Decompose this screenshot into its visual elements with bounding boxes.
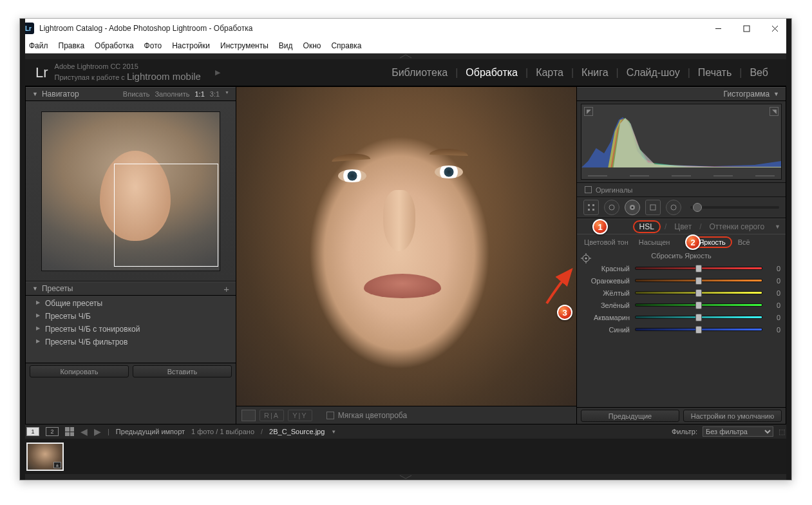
crop-tool-icon[interactable] [583, 200, 599, 215]
module-slideshow[interactable]: Слайд-шоу [619, 67, 688, 79]
highlight-clip-icon[interactable]: ◥ [770, 107, 779, 116]
left-panel: ▼Навигатор Вписать Заполнить 1:1 3:1 ▼ ▼… [25, 87, 236, 424]
prev-photo-icon[interactable]: ◀ [80, 426, 88, 437]
radial-tool-icon[interactable] [666, 200, 681, 215]
maximize-button[interactable] [732, 19, 760, 37]
filmstrip-thumbs[interactable]: ± [20, 439, 791, 474]
zoom-1-1[interactable]: 1:1 [194, 90, 204, 98]
reset-button[interactable]: Настройки по умолчанию [683, 410, 782, 422]
module-map[interactable]: Карта [528, 67, 571, 79]
redeye-tool-icon[interactable] [625, 200, 640, 215]
histogram[interactable]: ◤ ◥ [581, 104, 782, 180]
menu-settings[interactable]: Настройки [167, 41, 215, 50]
slider-knob[interactable] [695, 301, 702, 309]
filter-select[interactable]: Без фильтра [703, 426, 773, 437]
originals-row[interactable]: Оригиналы [577, 182, 786, 196]
slider-knob[interactable] [695, 265, 702, 272]
filename-label[interactable]: 2B_C_Source.jpg [269, 428, 325, 435]
zoom-3-1[interactable]: 3:1 [210, 90, 220, 98]
module-book[interactable]: Книга [574, 67, 616, 79]
zoom-fill[interactable]: Заполнить [155, 90, 189, 98]
module-print[interactable]: Печать [690, 67, 739, 79]
filter-lock-icon[interactable]: ⬚ [779, 428, 785, 436]
tab-grayscale[interactable]: Оттенки серого [705, 222, 768, 232]
slider-value[interactable]: 0 [762, 289, 780, 297]
menu-photo[interactable]: Фото [139, 41, 167, 50]
paste-settings-button[interactable]: Вставить [133, 365, 232, 377]
slider-track[interactable] [635, 303, 762, 307]
subtab-all[interactable]: Всё [733, 237, 755, 247]
application-window: Lr Lightroom Catalog - Adobe Photoshop L… [19, 18, 792, 481]
preset-group[interactable]: Пресеты Ч/Б [26, 310, 236, 323]
right-edge-toggle[interactable] [786, 19, 791, 480]
slider-knob[interactable] [695, 326, 702, 334]
source-label[interactable]: Предыдущий импорт [116, 428, 185, 435]
filmstrip-thumb[interactable]: ± [26, 443, 64, 471]
top-panel-toggle[interactable] [20, 53, 791, 59]
menu-file[interactable]: Файл [24, 41, 53, 50]
slider-track[interactable] [635, 316, 762, 319]
preset-group[interactable]: Общие пресеты [26, 297, 236, 310]
navigator-viewport-rect[interactable] [114, 164, 218, 267]
slider-track[interactable] [635, 267, 762, 270]
copy-settings-button[interactable]: Копировать [30, 365, 129, 377]
zoom-fit[interactable]: Вписать [123, 90, 150, 98]
slider-knob[interactable] [695, 277, 702, 285]
add-preset-icon[interactable]: + [223, 283, 229, 294]
bottom-panel-toggle[interactable] [20, 474, 791, 480]
before-after-yy-icon[interactable]: Y|Y [288, 410, 312, 421]
subtab-saturation[interactable]: Насыщен [634, 237, 675, 247]
slider-track[interactable] [635, 279, 762, 282]
navigator-preview[interactable] [26, 101, 236, 281]
slider-value[interactable]: 0 [762, 326, 780, 334]
subtab-hue[interactable]: Цветовой тон [580, 237, 633, 247]
menu-window[interactable]: Окно [298, 41, 326, 50]
loupe-view-icon[interactable] [241, 410, 256, 421]
preset-group[interactable]: Пресеты Ч/Б фильтров [26, 336, 236, 348]
module-library[interactable]: Библиотека [384, 67, 455, 79]
menu-help[interactable]: Справка [326, 41, 366, 50]
gradient-tool-icon[interactable] [645, 200, 661, 215]
histogram-header[interactable]: Гистограмма▼ [577, 87, 786, 101]
menu-edit[interactable]: Правка [53, 41, 90, 50]
activity-indicator[interactable]: ▶ [215, 68, 220, 77]
primary-display-icon[interactable]: 1 [26, 427, 39, 436]
tab-hsl[interactable]: HSL [633, 220, 661, 233]
softproof-checkbox[interactable] [326, 412, 334, 419]
slider-track[interactable] [635, 291, 762, 294]
slider-label: Оранжевый [582, 277, 635, 285]
slider-value[interactable]: 0 [762, 301, 780, 309]
presets-header[interactable]: ▼Пресеты + [26, 281, 236, 296]
secondary-display-icon[interactable]: 2 [46, 427, 59, 436]
menu-develop[interactable]: Обработка [90, 41, 139, 50]
preset-group[interactable]: Пресеты Ч/Б с тонировкой [26, 323, 236, 336]
tab-color[interactable]: Цвет [670, 222, 695, 232]
brush-tool-slider[interactable] [690, 206, 779, 209]
slider-knob[interactable] [695, 314, 702, 321]
lightroom-mobile-link[interactable]: Lightroom mobile [127, 71, 201, 82]
reset-luminance-label[interactable]: Сбросить Яркость [577, 249, 786, 262]
slider-value[interactable]: 0 [762, 277, 780, 285]
target-adjust-icon[interactable] [581, 253, 592, 265]
slider-label: Красный [582, 265, 635, 272]
slider-value[interactable]: 0 [762, 314, 780, 321]
before-after-ra-icon[interactable]: R|A [260, 410, 284, 421]
module-develop[interactable]: Обработка [458, 67, 525, 79]
previous-button[interactable]: Предыдущие [581, 410, 679, 422]
minimize-button[interactable] [704, 19, 732, 37]
image-canvas[interactable]: 3 [236, 87, 576, 406]
shadow-clip-icon[interactable]: ◤ [584, 107, 593, 116]
menu-view[interactable]: Вид [274, 41, 298, 50]
next-photo-icon[interactable]: ▶ [94, 426, 101, 437]
close-button[interactable] [760, 19, 789, 37]
zoom-menu-icon[interactable]: ▼ [225, 90, 229, 98]
module-web[interactable]: Веб [742, 67, 776, 79]
spot-tool-icon[interactable] [604, 200, 619, 215]
slider-knob[interactable] [695, 289, 702, 297]
navigator-header[interactable]: ▼Навигатор Вписать Заполнить 1:1 3:1 ▼ [26, 87, 236, 101]
slider-track[interactable] [635, 328, 762, 331]
slider-value[interactable]: 0 [762, 265, 780, 272]
menu-tools[interactable]: Инструменты [215, 41, 274, 50]
left-edge-toggle[interactable] [20, 19, 25, 480]
grid-view-icon[interactable] [65, 427, 74, 436]
